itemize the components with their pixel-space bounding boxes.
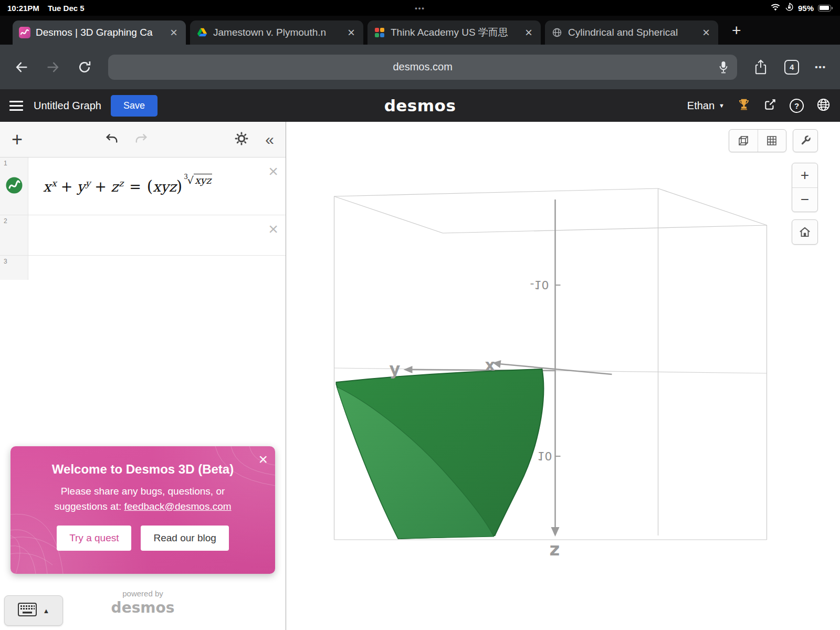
redo-icon[interactable] (133, 132, 149, 148)
feedback-link[interactable]: feedback@desmos.com (124, 501, 231, 512)
wifi-icon (770, 3, 781, 13)
axis-label-x: x (485, 356, 495, 374)
surface-plot (337, 369, 544, 539)
z-axis-arrowhead (551, 527, 560, 537)
term-base: x (43, 178, 51, 195)
tab-close-button[interactable]: × (168, 25, 180, 40)
export-share-icon[interactable] (763, 98, 777, 113)
popup-title: Welcome to Desmos 3D (Beta) (10, 462, 275, 477)
back-button[interactable] (14, 59, 29, 75)
tab-title: Desmos | 3D Graphing Ca (36, 27, 163, 38)
y-axis-arrowhead (404, 366, 413, 373)
status-ellipsis-icon: ••• (415, 4, 425, 12)
account-menu[interactable]: Ethan ▼ (687, 100, 724, 112)
desmos-logo: desmos (384, 96, 456, 115)
graph-3d-view[interactable]: -10 10 y x z + − (286, 122, 840, 630)
browser-tab-bar: Desmos | 3D Graphing Ca × Jamestown v. P… (0, 16, 840, 45)
think-academy-icon (374, 27, 385, 38)
save-button[interactable]: Save (111, 95, 158, 117)
tab-title: Think Academy US 学而思 (391, 26, 518, 39)
expression-math[interactable]: xx+yy+zz=(xyz)3√xyz (43, 177, 212, 195)
tab-close-button[interactable]: × (345, 25, 357, 40)
tab-close-button[interactable]: × (700, 25, 712, 40)
tick-label-neg10: -10 (530, 278, 549, 291)
battery-percent: 95% (798, 4, 814, 13)
equals-sign: = (129, 178, 141, 195)
expression-row-3[interactable]: 3 (0, 256, 286, 280)
term-exponent: x (51, 178, 57, 188)
graph-title[interactable]: Untitled Graph (34, 100, 101, 112)
desmos-header: Untitled Graph Save desmos Ethan ▼ ? (0, 89, 840, 122)
close-popup-button[interactable]: × (258, 450, 268, 468)
browser-toolbar: desmos.com 4 ••• (0, 45, 840, 89)
keyboard-icon (18, 603, 37, 618)
welcome-popup: × Welcome to Desmos 3D (Beta) Please sha… (10, 446, 275, 574)
tab-cylindrical[interactable]: Cylindrical and Spherical × (545, 20, 718, 45)
zoom-in-button[interactable]: + (792, 163, 817, 187)
radicand: xyz (194, 174, 212, 186)
term-exponent: z (119, 178, 123, 188)
undo-icon[interactable] (104, 132, 120, 148)
microphone-icon[interactable] (717, 60, 730, 77)
axis-label-z: z (550, 539, 560, 560)
term-exponent: y (86, 178, 91, 188)
perspective-cube-button[interactable] (729, 130, 758, 152)
radical-sign: √ (187, 174, 194, 186)
grid-view-button[interactable] (758, 130, 786, 152)
row-gutter[interactable]: 1 (0, 158, 28, 215)
tick-label-10: 10 (538, 449, 552, 463)
row-gutter[interactable]: 3 (0, 256, 28, 280)
tab-jamestown[interactable]: Jamestown v. Plymouth.n × (190, 20, 363, 45)
view-mode-toggle (729, 129, 786, 152)
browser-menu-button[interactable]: ••• (815, 62, 826, 71)
keyboard-open-arrow-icon: ▲ (43, 607, 50, 615)
tab-title: Jamestown v. Plymouth.n (213, 27, 340, 38)
read-blog-button[interactable]: Read our blog (141, 526, 228, 551)
settings-gear-icon[interactable] (235, 132, 248, 148)
trophy-icon[interactable] (737, 98, 751, 113)
tab-title: Cylindrical and Spherical (568, 27, 695, 38)
try-quest-button[interactable]: Try a quest (57, 526, 131, 551)
row-gutter[interactable]: 2 (0, 215, 28, 255)
globe-icon[interactable] (816, 98, 831, 114)
tab-close-button[interactable]: × (523, 25, 534, 40)
term-base: xyz (153, 178, 176, 195)
add-expression-button[interactable]: + (12, 130, 23, 149)
term-base: y (77, 178, 85, 195)
expression-row-2[interactable]: 2 × (0, 215, 286, 256)
zoom-out-button[interactable]: − (792, 187, 817, 212)
tab-think-academy[interactable]: Think Academy US 学而思 × (368, 20, 541, 45)
remove-expression-button[interactable]: × (268, 162, 278, 181)
keyboard-toggle-button[interactable]: ▲ (4, 595, 63, 626)
battery-icon (818, 5, 833, 12)
graph-canvas[interactable]: -10 10 y x z (286, 122, 840, 630)
axis-label-y: y (390, 359, 401, 379)
open-paren: ( (147, 177, 153, 195)
graph-settings-wrench-button[interactable] (793, 129, 818, 152)
operator: + (94, 178, 107, 195)
google-drive-icon (196, 27, 208, 38)
url-text: desmos.com (393, 61, 452, 73)
remove-expression-button[interactable]: × (268, 219, 278, 239)
new-tab-button[interactable]: + (728, 22, 746, 39)
radical-exponent: 3√xyz (184, 174, 212, 186)
operator: + (61, 178, 73, 195)
url-bar[interactable]: desmos.com (108, 55, 737, 80)
expression-row-1[interactable]: 1 xx+yy+zz=(xyz)3√xyz × (0, 158, 286, 215)
tab-switcher-button[interactable]: 4 (784, 60, 799, 75)
clock: 10:21PM (7, 4, 39, 13)
help-button[interactable]: ? (790, 99, 804, 113)
share-button[interactable] (753, 59, 769, 75)
rotation-lock-icon (785, 3, 794, 13)
globe-favicon-icon (551, 27, 563, 38)
status-bar: 10:21PM Tue Dec 5 ••• 95% (0, 0, 840, 16)
desmos-favicon-icon (19, 27, 30, 38)
surface-style-icon[interactable] (5, 176, 23, 196)
collapse-panel-icon[interactable]: « (265, 132, 274, 148)
forward-button[interactable] (45, 59, 61, 75)
reset-view-home-button[interactable] (792, 219, 818, 245)
tab-desmos[interactable]: Desmos | 3D Graphing Ca × (13, 20, 186, 45)
user-name: Ethan (687, 100, 715, 112)
main-menu-icon[interactable] (9, 99, 23, 113)
reload-button[interactable] (77, 59, 92, 75)
